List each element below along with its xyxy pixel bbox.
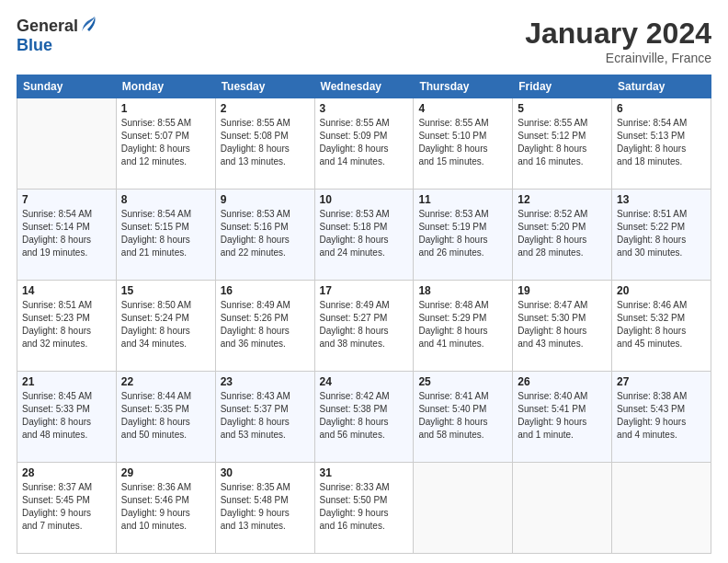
calendar-cell: 25Sunrise: 8:41 AM Sunset: 5:40 PM Dayli…	[414, 372, 513, 463]
day-info: Sunrise: 8:46 AM Sunset: 5:32 PM Dayligh…	[617, 300, 687, 349]
calendar-cell: 22Sunrise: 8:44 AM Sunset: 5:35 PM Dayli…	[116, 372, 215, 463]
calendar-cell: 28Sunrise: 8:37 AM Sunset: 5:45 PM Dayli…	[17, 463, 117, 554]
location: Ecrainville, France	[525, 51, 711, 65]
day-number: 2	[221, 102, 310, 115]
day-info: Sunrise: 8:40 AM Sunset: 5:41 PM Dayligh…	[518, 391, 587, 440]
calendar-cell: 14Sunrise: 8:51 AM Sunset: 5:23 PM Dayli…	[17, 281, 117, 372]
calendar-cell: 31Sunrise: 8:33 AM Sunset: 5:50 PM Dayli…	[314, 463, 414, 554]
day-number: 23	[221, 375, 310, 388]
logo-general-text: General	[17, 17, 78, 36]
day-number: 3	[320, 102, 409, 115]
day-info: Sunrise: 8:52 AM Sunset: 5:20 PM Dayligh…	[518, 209, 587, 258]
calendar-cell: 10Sunrise: 8:53 AM Sunset: 5:18 PM Dayli…	[314, 190, 414, 281]
day-info: Sunrise: 8:55 AM Sunset: 5:09 PM Dayligh…	[320, 118, 390, 167]
day-number: 18	[418, 284, 507, 297]
month-title: January 2024	[525, 17, 711, 51]
day-info: Sunrise: 8:42 AM Sunset: 5:38 PM Dayligh…	[320, 391, 390, 440]
day-info: Sunrise: 8:38 AM Sunset: 5:43 PM Dayligh…	[617, 391, 687, 440]
calendar-cell	[17, 98, 117, 190]
calendar-cell: 27Sunrise: 8:38 AM Sunset: 5:43 PM Dayli…	[612, 372, 711, 463]
calendar-cell: 18Sunrise: 8:48 AM Sunset: 5:29 PM Dayli…	[414, 281, 513, 372]
calendar-cell: 9Sunrise: 8:53 AM Sunset: 5:16 PM Daylig…	[215, 190, 314, 281]
day-number: 11	[418, 193, 507, 206]
weekday-header-sunday: Sunday	[17, 75, 117, 98]
calendar-cell: 29Sunrise: 8:36 AM Sunset: 5:46 PM Dayli…	[116, 463, 215, 554]
day-number: 14	[22, 284, 111, 297]
day-info: Sunrise: 8:49 AM Sunset: 5:27 PM Dayligh…	[320, 300, 390, 349]
day-info: Sunrise: 8:55 AM Sunset: 5:07 PM Dayligh…	[121, 118, 191, 167]
calendar-cell: 4Sunrise: 8:55 AM Sunset: 5:10 PM Daylig…	[414, 98, 513, 190]
calendar-cell: 5Sunrise: 8:55 AM Sunset: 5:12 PM Daylig…	[513, 98, 612, 190]
day-info: Sunrise: 8:54 AM Sunset: 5:15 PM Dayligh…	[121, 209, 191, 258]
day-number: 16	[221, 284, 310, 297]
calendar-cell: 2Sunrise: 8:55 AM Sunset: 5:08 PM Daylig…	[215, 98, 314, 190]
day-number: 8	[121, 193, 210, 206]
calendar-cell: 21Sunrise: 8:45 AM Sunset: 5:33 PM Dayli…	[17, 372, 117, 463]
day-number: 4	[418, 102, 507, 115]
day-number: 27	[617, 375, 706, 388]
day-number: 24	[320, 375, 409, 388]
calendar-cell: 3Sunrise: 8:55 AM Sunset: 5:09 PM Daylig…	[314, 98, 414, 190]
day-info: Sunrise: 8:54 AM Sunset: 5:13 PM Dayligh…	[617, 118, 687, 167]
calendar-cell: 7Sunrise: 8:54 AM Sunset: 5:14 PM Daylig…	[17, 190, 117, 281]
calendar-cell: 19Sunrise: 8:47 AM Sunset: 5:30 PM Dayli…	[513, 281, 612, 372]
day-number: 20	[617, 284, 706, 297]
day-number: 29	[121, 466, 210, 479]
weekday-header-thursday: Thursday	[414, 75, 513, 98]
week-row-2: 7Sunrise: 8:54 AM Sunset: 5:14 PM Daylig…	[17, 190, 711, 281]
day-number: 10	[320, 193, 409, 206]
calendar-cell: 23Sunrise: 8:43 AM Sunset: 5:37 PM Dayli…	[215, 372, 314, 463]
calendar-table: SundayMondayTuesdayWednesdayThursdayFrid…	[17, 75, 711, 554]
calendar-cell: 20Sunrise: 8:46 AM Sunset: 5:32 PM Dayli…	[612, 281, 711, 372]
day-number: 28	[22, 466, 111, 479]
weekday-header-saturday: Saturday	[612, 75, 711, 98]
day-info: Sunrise: 8:54 AM Sunset: 5:14 PM Dayligh…	[22, 209, 92, 258]
day-number: 17	[320, 284, 409, 297]
calendar-cell: 24Sunrise: 8:42 AM Sunset: 5:38 PM Dayli…	[314, 372, 414, 463]
week-row-4: 21Sunrise: 8:45 AM Sunset: 5:33 PM Dayli…	[17, 372, 711, 463]
logo-blue-text: Blue	[17, 37, 97, 55]
weekday-header-friday: Friday	[513, 75, 612, 98]
day-info: Sunrise: 8:55 AM Sunset: 5:08 PM Dayligh…	[221, 118, 290, 167]
calendar-cell	[612, 463, 711, 554]
day-number: 5	[518, 102, 607, 115]
page: General Blue January 2024 Ecrainville, F…	[0, 0, 728, 563]
day-info: Sunrise: 8:53 AM Sunset: 5:19 PM Dayligh…	[418, 209, 488, 258]
day-number: 12	[518, 193, 607, 206]
week-row-3: 14Sunrise: 8:51 AM Sunset: 5:23 PM Dayli…	[17, 281, 711, 372]
day-info: Sunrise: 8:44 AM Sunset: 5:35 PM Dayligh…	[121, 391, 191, 440]
day-info: Sunrise: 8:45 AM Sunset: 5:33 PM Dayligh…	[22, 391, 92, 440]
calendar-cell	[513, 463, 612, 554]
day-number: 21	[22, 375, 111, 388]
week-row-1: 1Sunrise: 8:55 AM Sunset: 5:07 PM Daylig…	[17, 98, 711, 190]
day-info: Sunrise: 8:43 AM Sunset: 5:37 PM Dayligh…	[221, 391, 290, 440]
day-number: 25	[418, 375, 507, 388]
logo-bird-icon	[80, 15, 97, 35]
day-info: Sunrise: 8:37 AM Sunset: 5:45 PM Dayligh…	[22, 482, 92, 531]
day-info: Sunrise: 8:51 AM Sunset: 5:23 PM Dayligh…	[22, 300, 92, 349]
calendar-cell: 13Sunrise: 8:51 AM Sunset: 5:22 PM Dayli…	[612, 190, 711, 281]
calendar-cell: 15Sunrise: 8:50 AM Sunset: 5:24 PM Dayli…	[116, 281, 215, 372]
day-number: 31	[320, 466, 409, 479]
day-info: Sunrise: 8:36 AM Sunset: 5:46 PM Dayligh…	[121, 482, 191, 531]
calendar-cell: 17Sunrise: 8:49 AM Sunset: 5:27 PM Dayli…	[314, 281, 414, 372]
day-info: Sunrise: 8:51 AM Sunset: 5:22 PM Dayligh…	[617, 209, 687, 258]
calendar-cell: 11Sunrise: 8:53 AM Sunset: 5:19 PM Dayli…	[414, 190, 513, 281]
day-number: 13	[617, 193, 706, 206]
weekday-header-wednesday: Wednesday	[314, 75, 414, 98]
week-row-5: 28Sunrise: 8:37 AM Sunset: 5:45 PM Dayli…	[17, 463, 711, 554]
day-number: 30	[221, 466, 310, 479]
day-number: 6	[617, 102, 706, 115]
day-info: Sunrise: 8:47 AM Sunset: 5:30 PM Dayligh…	[518, 300, 587, 349]
day-info: Sunrise: 8:50 AM Sunset: 5:24 PM Dayligh…	[121, 300, 191, 349]
day-info: Sunrise: 8:55 AM Sunset: 5:10 PM Dayligh…	[418, 118, 488, 167]
day-info: Sunrise: 8:48 AM Sunset: 5:29 PM Dayligh…	[418, 300, 488, 349]
logo: General Blue	[17, 17, 97, 55]
day-number: 9	[221, 193, 310, 206]
day-info: Sunrise: 8:53 AM Sunset: 5:18 PM Dayligh…	[320, 209, 390, 258]
day-number: 22	[121, 375, 210, 388]
calendar-cell: 12Sunrise: 8:52 AM Sunset: 5:20 PM Dayli…	[513, 190, 612, 281]
title-area: January 2024 Ecrainville, France	[525, 17, 711, 65]
day-info: Sunrise: 8:49 AM Sunset: 5:26 PM Dayligh…	[221, 300, 290, 349]
day-number: 19	[518, 284, 607, 297]
